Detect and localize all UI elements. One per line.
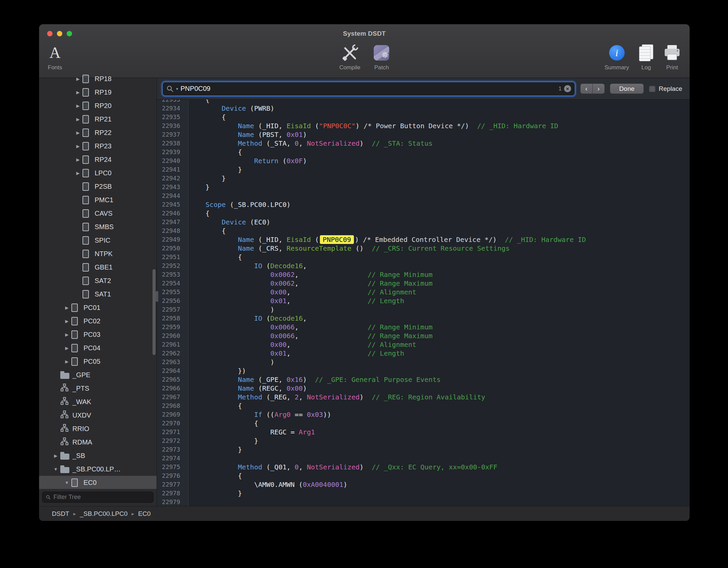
- disclosure-triangle-icon[interactable]: ▶: [62, 332, 71, 337]
- filter-tree-input[interactable]: [54, 494, 150, 501]
- code-line[interactable]: 22967 Method (_REG, 2, NotSerialized) //…: [157, 393, 690, 401]
- disclosure-triangle-icon[interactable]: ▶: [73, 130, 82, 135]
- code-line[interactable]: 22971 REGC = Arg1: [157, 428, 690, 436]
- sidebar-item-ntpk[interactable]: NTPK: [39, 247, 157, 260]
- code-line[interactable]: 22956 0x01, // Length: [157, 296, 690, 305]
- code-line[interactable]: 22976 {: [157, 471, 690, 480]
- sidebar-item-rp21[interactable]: ▶RP21: [39, 112, 157, 126]
- sidebar-item-pc04[interactable]: ▶PC04: [39, 341, 157, 355]
- sidebar-item-pc03[interactable]: ▶PC03: [39, 328, 157, 341]
- sidebar-item-ec0[interactable]: ▼EC0: [39, 476, 157, 489]
- code-line[interactable]: 22959 0x0066, // Range Minimum: [157, 323, 690, 331]
- code-line[interactable]: 22940 Return (0x0F): [157, 156, 690, 165]
- code-line[interactable]: 22969 If ((Arg0 == 0x03)): [157, 410, 690, 419]
- code-line[interactable]: 22972 }: [157, 436, 690, 445]
- code-line[interactable]: 22963 ): [157, 358, 690, 366]
- sidebar-item-sat1[interactable]: SAT1: [39, 287, 157, 301]
- sidebar-item-sat2[interactable]: SAT2: [39, 274, 157, 287]
- disclosure-triangle-icon[interactable]: ▶: [62, 305, 71, 310]
- disclosure-triangle-icon[interactable]: ▶: [62, 359, 71, 364]
- code-line[interactable]: 22948 {: [157, 226, 690, 235]
- code-line[interactable]: 22975 Method (_Q01, 0, NotSerialized) //…: [157, 463, 690, 471]
- sidebar-item-spic[interactable]: SPIC: [39, 234, 157, 247]
- sidebar-item-pc01[interactable]: ▶PC01: [39, 301, 157, 314]
- sidebar-item-_gpe[interactable]: _GPE: [39, 368, 157, 382]
- code-line[interactable]: 22933 {: [157, 100, 690, 104]
- code-line[interactable]: 22947 Device (EC0): [157, 218, 690, 226]
- code-line[interactable]: 22949 Name (_HID, EisaId (PNP0C09) /* Em…: [157, 235, 690, 244]
- code-line[interactable]: 22957 ): [157, 305, 690, 314]
- code-line[interactable]: 22960 0x0066, // Range Maximum: [157, 331, 690, 340]
- find-previous-button[interactable]: ‹: [580, 83, 593, 94]
- sidebar-item-rp20[interactable]: ▶RP20: [39, 99, 157, 112]
- sidebar-item-rp24[interactable]: ▶RP24: [39, 153, 157, 166]
- code-line[interactable]: 22934 Device (PWRB): [157, 104, 690, 113]
- disclosure-triangle-icon[interactable]: ▶: [51, 453, 60, 458]
- sidebar-item-rdma[interactable]: RDMA: [39, 435, 157, 449]
- disclosure-triangle-icon[interactable]: ▶: [73, 90, 82, 95]
- code-line[interactable]: 22968 {: [157, 401, 690, 410]
- code-line[interactable]: 22943 }: [157, 183, 690, 191]
- sidebar-item-_sbpc00lp[interactable]: ▼_SB.PC00.LP…: [39, 462, 157, 476]
- disclosure-triangle-icon[interactable]: ▶: [73, 157, 82, 162]
- disclosure-triangle-icon[interactable]: ▶: [62, 319, 71, 324]
- disclosure-triangle-icon[interactable]: ▶: [73, 171, 82, 176]
- sidebar-item-pc05[interactable]: ▶PC05: [39, 355, 157, 368]
- code-line[interactable]: 22944: [157, 191, 690, 200]
- toolbar-summary-button[interactable]: i Summary: [604, 43, 629, 71]
- breadcrumb-item-dsdt[interactable]: DSDT: [52, 510, 69, 518]
- code-line[interactable]: 22950 Name (_CRS, ResourceTemplate () //…: [157, 244, 690, 253]
- find-input[interactable]: [180, 85, 556, 93]
- disclosure-triangle-icon[interactable]: ▼: [51, 467, 60, 472]
- code-line[interactable]: 22953 0x0062, // Range Minimum: [157, 270, 690, 279]
- code-line[interactable]: 22974: [157, 454, 690, 463]
- code-line[interactable]: 22939 {: [157, 148, 690, 156]
- disclosure-triangle-icon[interactable]: ▶: [62, 346, 71, 351]
- code-line[interactable]: 22958 IO (Decode16,: [157, 314, 690, 323]
- sidebar-item-p2sb[interactable]: P2SB: [39, 180, 157, 193]
- breadcrumb-item-device[interactable]: EC0: [138, 510, 151, 518]
- find-field[interactable]: ▾ 1 ×: [162, 82, 575, 96]
- sidebar-item-rp19[interactable]: ▶RP19: [39, 85, 157, 99]
- code-line[interactable]: 22952 IO (Decode16,: [157, 261, 690, 270]
- code-line[interactable]: 22978 }: [157, 489, 690, 498]
- clear-search-icon[interactable]: ×: [564, 85, 571, 92]
- sidebar-item-pmc1[interactable]: PMC1: [39, 193, 157, 207]
- disclosure-triangle-icon[interactable]: ▶: [73, 76, 82, 81]
- sidebar-item-_pts[interactable]: _PTS: [39, 382, 157, 395]
- code-line[interactable]: 22970 {: [157, 419, 690, 428]
- pane-splitter-handle[interactable]: [156, 291, 158, 302]
- sidebar-item-_sb[interactable]: ▶_SB: [39, 449, 157, 462]
- disclosure-triangle-icon[interactable]: ▶: [73, 144, 82, 149]
- filter-tree-field[interactable]: [42, 492, 154, 503]
- breadcrumb-item-scope[interactable]: _SB.PC00.LPC0: [80, 510, 128, 518]
- sidebar-item-gbe1[interactable]: GBE1: [39, 260, 157, 274]
- code-line[interactable]: 22973 }: [157, 445, 690, 454]
- sidebar-item-rp22[interactable]: ▶RP22: [39, 126, 157, 139]
- close-window-button[interactable]: [47, 31, 53, 36]
- toolbar-fonts-button[interactable]: A Fonts: [48, 43, 62, 71]
- zoom-window-button[interactable]: [67, 31, 72, 36]
- code-line[interactable]: 22966 Name (REGC, 0x00): [157, 384, 690, 393]
- sidebar-item-rp18[interactable]: ▶RP18: [39, 72, 157, 85]
- toolbar-compile-button[interactable]: Compile: [339, 43, 360, 71]
- code-line[interactable]: 22946 {: [157, 209, 690, 218]
- code-line[interactable]: 22954 0x0062, // Range Maximum: [157, 279, 690, 288]
- minimize-window-button[interactable]: [57, 31, 62, 36]
- disclosure-triangle-icon[interactable]: ▶: [73, 117, 82, 122]
- code-line[interactable]: 22955 0x00, // Alignment: [157, 288, 690, 296]
- done-button[interactable]: Done: [610, 83, 644, 94]
- sidebar-item-lpc0[interactable]: ▶LPC0: [39, 166, 157, 180]
- toolbar-print-button[interactable]: Print: [663, 43, 681, 71]
- replace-checkbox[interactable]: [649, 85, 656, 92]
- find-next-button[interactable]: ›: [592, 83, 605, 94]
- code-line[interactable]: 22938 Method (_STA, 0, NotSerialized) //…: [157, 139, 690, 148]
- toolbar-patch-button[interactable]: Patch: [374, 43, 389, 71]
- code-line[interactable]: 22961 0x00, // Alignment: [157, 340, 690, 349]
- code-line[interactable]: 22962 0x01, // Length: [157, 349, 690, 358]
- code-line[interactable]: 22936 Name (_HID, EisaId ("PNP0C0C") /* …: [157, 121, 690, 130]
- sidebar-item-rp23[interactable]: ▶RP23: [39, 139, 157, 153]
- code-line[interactable]: 22951 {: [157, 253, 690, 261]
- sidebar-item-_wak[interactable]: _WAK: [39, 395, 157, 409]
- search-options-chevron-icon[interactable]: ▾: [176, 86, 178, 91]
